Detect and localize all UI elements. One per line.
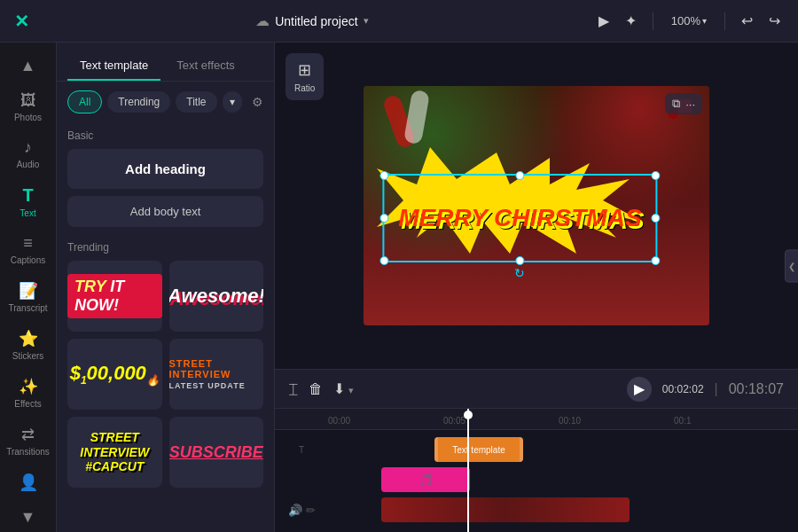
sidebar-item-captions[interactable]: ≡ Captions <box>4 227 53 272</box>
timeline-playhead[interactable] <box>467 409 469 532</box>
download-button[interactable]: ⬇ ▾ <box>333 380 354 397</box>
trending-text-5: STREET INTERVIEW#CAPCUT <box>67 430 162 474</box>
trending-text-4: STREET INTERVIEWLATEST UPDATE <box>169 358 264 390</box>
track-text-content: Text template <box>328 437 798 462</box>
zoom-button[interactable]: 100% ▾ <box>666 11 712 31</box>
cloud-icon: ☁ <box>255 12 270 29</box>
time-separator: | <box>715 381 718 397</box>
filter-more-button[interactable]: ▾ <box>223 91 242 113</box>
sidebar-label-audio: Audio <box>17 160 40 169</box>
timeline-tracks: T Text template <box>275 430 798 522</box>
play-preview-button[interactable]: ▶ <box>595 9 613 33</box>
text-template-clip-label: Text template <box>452 445 505 455</box>
sidebar-label-captions: Captions <box>11 255 45 265</box>
ruler-mark-15: 00:1 <box>674 416 789 426</box>
topbar-right: ▶ ✦ 100% ▾ ↩ ↪ <box>595 9 784 33</box>
sidebar-label-transitions: Transitions <box>6 447 50 457</box>
trending-text-3: $100,000🔥 <box>70 362 160 387</box>
topbar-center: ☁ Untitled project ▾ <box>255 12 368 29</box>
filter-trending[interactable]: Trending <box>107 91 170 113</box>
sidebar-item-more[interactable]: ▼ <box>4 501 53 532</box>
play-button[interactable]: ▶ <box>627 377 652 402</box>
tabs-bar: Text template Text effects <box>57 43 274 82</box>
sidebar-label-transcript: Transcript <box>8 303 47 313</box>
current-time: 00:02:02 <box>662 383 704 395</box>
sidebar-item-effects[interactable]: ✨ Effects <box>4 370 53 416</box>
image-clip[interactable] <box>381 497 630 522</box>
sidebar-label-effects: Effects <box>14 399 41 409</box>
canvas-more-button[interactable]: ··· <box>685 98 695 111</box>
filter-sort-button[interactable]: ⚙ <box>252 95 263 109</box>
bottom-controls: ⌶ 🗑 ⬇ ▾ ▶ 00:02:02 | 00:18:07 <box>275 369 798 408</box>
canvas-copy-button[interactable]: ⧉ <box>672 97 680 111</box>
trending-item-4[interactable]: STREET INTERVIEWLATEST UPDATE <box>169 339 264 410</box>
trending-item-1[interactable]: TRY IT NOW! <box>67 261 162 332</box>
trending-item-2[interactable]: Awesome! <box>169 261 264 332</box>
account-icon: 👤 <box>19 473 38 492</box>
sidebar-label-stickers: Stickers <box>12 351 44 361</box>
main-area: ▲ 🖼 Photos ♪ Audio T Text ≡ Captions 📝 T… <box>0 43 798 532</box>
panel-scroll-content: Basic Add heading Add body text Trending… <box>57 122 274 532</box>
text-icon: T <box>22 185 33 206</box>
up-icon: ▲ <box>20 57 36 75</box>
trending-item-5[interactable]: STREET INTERVIEW#CAPCUT <box>67 417 162 488</box>
sidebar-item-account[interactable]: 👤 <box>4 466 53 499</box>
divider2 <box>724 12 725 30</box>
tab-text-effects[interactable]: Text effects <box>164 51 247 81</box>
redo-button[interactable]: ↪ <box>765 9 784 33</box>
add-heading-button[interactable]: Add heading <box>67 149 263 189</box>
timeline: 00:00 00:05 00:10 00:1 T <box>275 408 798 532</box>
project-name[interactable]: Untitled project <box>275 14 357 28</box>
sidebar-item-up[interactable]: ▲ <box>4 50 53 82</box>
rotate-handle[interactable]: ↻ <box>514 266 525 280</box>
speaker-icon[interactable]: 🔊 <box>288 504 302 517</box>
pencil-icon[interactable]: ✏ <box>306 504 316 517</box>
clip-edge-right <box>520 437 523 462</box>
magic-button[interactable]: ✦ <box>622 9 640 33</box>
track-img-content <box>328 497 798 522</box>
ruler-mark-0: 00:00 <box>328 416 443 426</box>
ratio-button[interactable]: ⊞ Ratio <box>286 53 324 100</box>
sidebar-item-text[interactable]: T Text <box>4 178 53 225</box>
sidebar-item-photos[interactable]: 🖼 Photos <box>4 84 53 129</box>
sidebar-item-transcript[interactable]: 📝 Transcript <box>4 274 53 320</box>
split-button[interactable]: ⌶ <box>289 381 298 397</box>
playhead-head <box>464 411 473 419</box>
canvas-image: MERRY CHIRSTMAS ↻ ⧉ ··· <box>364 86 709 325</box>
ruler-mark-5: 00:05 <box>443 416 559 426</box>
canvas-toolbar: ⧉ ··· <box>665 93 702 114</box>
sidebar-item-stickers[interactable]: ⭐ Stickers <box>4 322 53 368</box>
track-image: 🔊 ✏ <box>275 497 798 522</box>
trending-item-6[interactable]: SUBSCRIBE <box>169 417 264 488</box>
track-v1-content: 🎵 <box>328 467 798 492</box>
ruler-marks: 00:00 00:05 00:10 00:1 <box>328 416 789 426</box>
trending-text-2: Awesome! <box>169 285 264 308</box>
track-img-icons: 🔊 ✏ <box>275 504 328 517</box>
video-clip-icon: 🎵 <box>419 473 434 487</box>
tab-text-template[interactable]: Text template <box>67 51 160 81</box>
filter-all[interactable]: All <box>67 90 102 113</box>
basic-section-title: Basic <box>67 129 263 142</box>
add-body-button[interactable]: Add body text <box>67 196 263 227</box>
ratio-label: Ratio <box>294 83 315 93</box>
trending-item-3[interactable]: $100,000🔥 <box>67 339 162 410</box>
delete-button[interactable]: 🗑 <box>309 381 323 397</box>
filter-title[interactable]: Title <box>176 91 216 113</box>
sidebar-item-audio[interactable]: ♪ Audio <box>4 131 53 176</box>
sidebar-label-photos: Photos <box>14 113 42 122</box>
undo-button[interactable]: ↩ <box>738 9 756 33</box>
trending-text-6: SUBSCRIBE <box>169 443 263 462</box>
topbar: ✕ ☁ Untitled project ▾ ▶ ✦ 100% ▾ ↩ ↪ <box>0 0 798 43</box>
video-clip-1[interactable]: 🎵 <box>381 467 470 492</box>
left-panel: ▲ 🖼 Photos ♪ Audio T Text ≡ Captions 📝 T… <box>0 43 275 532</box>
logo-icon: ✕ <box>14 11 29 32</box>
track-text-icons: T <box>275 445 328 455</box>
project-dropdown-arrow[interactable]: ▾ <box>364 15 369 27</box>
canvas-area: ⊞ Ratio <box>275 43 798 369</box>
text-selection-box[interactable]: MERRY CHIRSTMAS ↻ <box>382 174 657 262</box>
right-area: ⊞ Ratio <box>275 43 798 532</box>
sidebar-item-transitions[interactable]: ⇄ Transitions <box>4 418 53 464</box>
text-template-clip[interactable]: Text template <box>434 437 523 462</box>
trending-section-title: Trending <box>67 241 263 254</box>
clip-edge-left <box>434 437 438 462</box>
